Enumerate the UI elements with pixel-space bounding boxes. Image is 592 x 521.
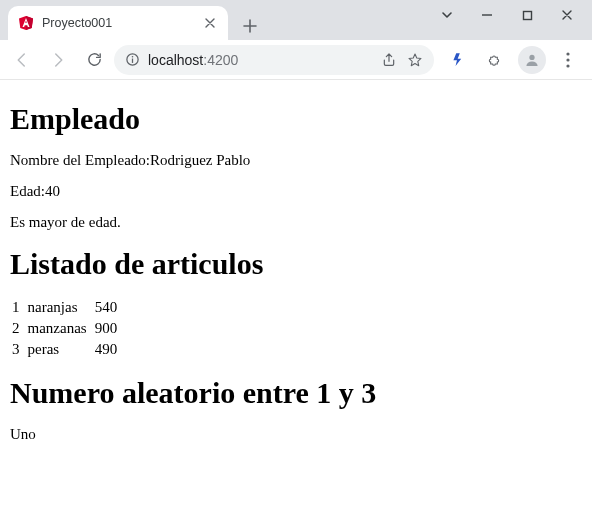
articulo-cantidad: 490 bbox=[95, 339, 126, 360]
random-value: Uno bbox=[10, 426, 582, 443]
address-bar[interactable]: localhost:4200 bbox=[114, 45, 434, 75]
svg-point-8 bbox=[566, 52, 569, 55]
articulo-num: 3 bbox=[12, 339, 28, 360]
svg-point-9 bbox=[566, 58, 569, 61]
tabstrip: Proyecto001 bbox=[0, 0, 430, 40]
heading-articulos: Listado de articulos bbox=[10, 247, 582, 281]
new-tab-button[interactable] bbox=[236, 12, 264, 40]
bookmark-star-icon[interactable] bbox=[406, 51, 424, 69]
table-row: 2manzanas900 bbox=[12, 318, 125, 339]
empleado-edad-msg: Es mayor de edad. bbox=[10, 214, 582, 231]
articulo-num: 1 bbox=[12, 297, 28, 318]
svg-rect-6 bbox=[131, 59, 132, 63]
heading-random: Numero aleatorio entre 1 y 3 bbox=[10, 376, 582, 410]
edad-label: Edad: bbox=[10, 183, 45, 199]
extension-icon[interactable] bbox=[446, 46, 474, 74]
table-row: 1naranjas540 bbox=[12, 297, 125, 318]
extensions-puzzle-icon[interactable] bbox=[482, 46, 510, 74]
articulo-cantidad: 540 bbox=[95, 297, 126, 318]
share-icon[interactable] bbox=[380, 51, 398, 69]
window-controls bbox=[430, 0, 592, 24]
tab-title: Proyecto001 bbox=[42, 16, 202, 30]
site-info-icon[interactable] bbox=[124, 52, 140, 68]
reload-button[interactable] bbox=[78, 44, 110, 76]
svg-rect-3 bbox=[523, 11, 531, 19]
minimize-button[interactable] bbox=[478, 6, 496, 24]
edad-valor: 40 bbox=[45, 183, 60, 199]
articulos-table: 1naranjas5402manzanas9003peras490 bbox=[12, 297, 125, 360]
kebab-menu-icon[interactable] bbox=[554, 46, 582, 74]
articulo-nombre: peras bbox=[28, 339, 95, 360]
url-text: localhost:4200 bbox=[148, 52, 372, 68]
nombre-label: Nombre del Empleado: bbox=[10, 152, 150, 168]
table-row: 3peras490 bbox=[12, 339, 125, 360]
extensions-area bbox=[438, 46, 586, 74]
empleado-nombre-line: Nombre del Empleado:Rodriguez Pablo bbox=[10, 152, 582, 169]
articulo-num: 2 bbox=[12, 318, 28, 339]
page-content: Empleado Nombre del Empleado:Rodriguez P… bbox=[0, 80, 592, 467]
articulo-nombre: manzanas bbox=[28, 318, 95, 339]
maximize-button[interactable] bbox=[518, 6, 536, 24]
profile-avatar-icon[interactable] bbox=[518, 46, 546, 74]
titlebar: Proyecto001 bbox=[0, 0, 592, 40]
browser-chrome: Proyecto001 bbox=[0, 0, 592, 80]
chevron-down-icon[interactable] bbox=[438, 6, 456, 24]
url-host: localhost bbox=[148, 52, 203, 68]
angular-favicon-icon bbox=[18, 15, 34, 31]
toolbar: localhost:4200 bbox=[0, 40, 592, 80]
nombre-valor: Rodriguez Pablo bbox=[150, 152, 250, 168]
url-port: :4200 bbox=[203, 52, 238, 68]
close-tab-icon[interactable] bbox=[202, 15, 218, 31]
svg-point-5 bbox=[131, 56, 133, 58]
svg-point-10 bbox=[566, 64, 569, 67]
articulo-nombre: naranjas bbox=[28, 297, 95, 318]
empleado-edad-line: Edad:40 bbox=[10, 183, 582, 200]
svg-point-7 bbox=[529, 54, 534, 59]
back-button[interactable] bbox=[6, 44, 38, 76]
browser-tab[interactable]: Proyecto001 bbox=[8, 6, 228, 40]
forward-button[interactable] bbox=[42, 44, 74, 76]
articulo-cantidad: 900 bbox=[95, 318, 126, 339]
close-window-button[interactable] bbox=[558, 6, 576, 24]
heading-empleado: Empleado bbox=[10, 102, 582, 136]
